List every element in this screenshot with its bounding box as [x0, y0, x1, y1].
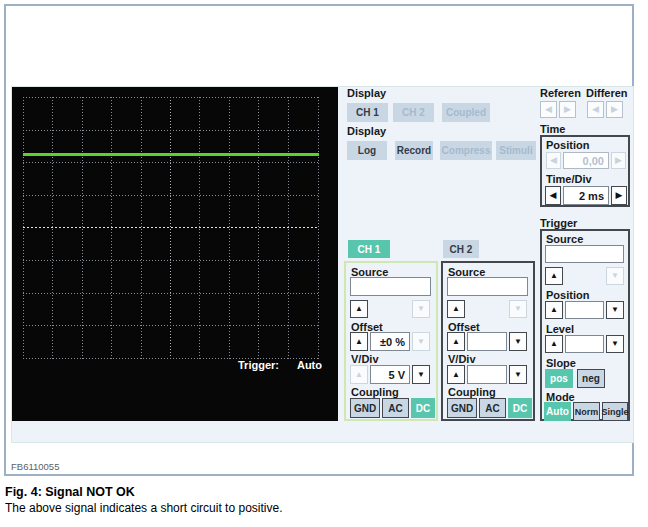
chevron-left-icon: ◀ [550, 156, 557, 165]
ch2-coupling-label: Coupling [448, 386, 496, 398]
trigger-source-input[interactable] [545, 245, 624, 263]
chevron-left-icon: ◀ [592, 105, 599, 114]
chevron-left-icon: ◀ [545, 105, 552, 114]
triangle-down-icon: ▼ [417, 305, 425, 313]
difference-prev-button[interactable]: ◀ [587, 101, 604, 118]
triangle-up-icon: ▲ [355, 371, 363, 379]
trigger-status-value: Auto [297, 359, 322, 371]
time-position-decrement-button[interactable]: ◀ [546, 152, 561, 169]
triangle-down-icon: ▼ [514, 371, 522, 379]
ch2-source-input[interactable] [447, 277, 528, 296]
mode-single-button[interactable]: Single [602, 402, 628, 421]
triangle-up-icon: ▲ [452, 338, 460, 346]
triangle-up-icon: ▲ [355, 338, 363, 346]
timediv-label: Time/Div [546, 173, 592, 185]
triangle-up-icon: ▲ [550, 306, 558, 314]
mode-auto-button[interactable]: Auto [544, 402, 571, 421]
trigger-level-down-button[interactable]: ▼ [606, 335, 624, 353]
ch1-vdiv-down-button[interactable]: ▼ [412, 365, 430, 384]
ch1-vdiv-value[interactable]: 5 V [370, 365, 410, 384]
ch2-coupling-dc-button[interactable]: DC [508, 398, 532, 418]
ch1-coupling-ac-button[interactable]: AC [382, 398, 409, 418]
chevron-left-icon: ◀ [550, 191, 557, 200]
triangle-up-icon: ▲ [452, 305, 460, 313]
trigger-slope-label: Slope [546, 357, 576, 369]
trigger-position-up-button[interactable]: ▲ [545, 301, 563, 319]
ch1-source-down-button[interactable]: ▼ [412, 300, 430, 318]
trigger-source-label: Source [546, 233, 583, 245]
trigger-level-up-button[interactable]: ▲ [545, 335, 563, 353]
stimuli-button[interactable]: Stimuli [496, 141, 536, 160]
triangle-down-icon: ▼ [417, 371, 425, 379]
ch2-offset-value[interactable] [467, 332, 507, 351]
chevron-right-icon: ▶ [615, 156, 622, 165]
triangle-up-icon: ▲ [355, 305, 363, 313]
reference-prev-button[interactable]: ◀ [540, 101, 557, 118]
ch1-offset-down-button[interactable]: ▼ [412, 332, 430, 351]
triangle-down-icon: ▼ [514, 305, 522, 313]
time-position-value[interactable]: 0,00 [563, 152, 609, 169]
timediv-decrement-button[interactable]: ◀ [545, 186, 561, 205]
display-ch2-button[interactable]: CH 2 [393, 103, 434, 122]
ch1-source-up-button[interactable]: ▲ [350, 300, 368, 318]
slope-neg-button[interactable]: neg [577, 369, 605, 388]
trigger-level-value[interactable] [565, 335, 604, 353]
triangle-down-icon: ▼ [611, 306, 619, 314]
ch2-source-down-button[interactable]: ▼ [509, 300, 527, 318]
ch1-tab-button[interactable]: CH 1 [348, 240, 390, 258]
ch1-vdiv-label: V/Div [351, 353, 379, 365]
log-button[interactable]: Log [347, 141, 387, 160]
ch1-coupling-label: Coupling [351, 386, 399, 398]
trigger-status-label: Trigger: [238, 359, 279, 371]
trigger-position-label: Position [546, 289, 589, 301]
ch1-offset-value[interactable]: ±0 % [370, 332, 410, 351]
time-label: Time [540, 123, 565, 135]
scope-grid [23, 97, 319, 359]
difference-next-button[interactable]: ▶ [606, 101, 623, 118]
ch2-vdiv-down-button[interactable]: ▼ [509, 365, 527, 384]
ch2-offset-down-button[interactable]: ▼ [509, 332, 527, 351]
ch2-coupling-gnd-button[interactable]: GND [447, 398, 477, 418]
trigger-source-down-button[interactable]: ▼ [606, 267, 624, 285]
triangle-down-icon: ▼ [611, 340, 619, 348]
triangle-up-icon: ▲ [550, 340, 558, 348]
timediv-value[interactable]: 2 ms [563, 186, 609, 205]
time-position-increment-button[interactable]: ▶ [611, 152, 626, 169]
mode-norm-button[interactable]: Norm [573, 402, 600, 421]
ch1-offset-up-button[interactable]: ▲ [350, 332, 368, 351]
chevron-right-icon: ▶ [611, 105, 618, 114]
ch2-vdiv-up-button[interactable]: ▲ [447, 365, 465, 384]
ch1-coupling-dc-button[interactable]: DC [411, 398, 435, 418]
ch2-coupling-ac-button[interactable]: AC [479, 398, 506, 418]
display-modes-label: Display [347, 125, 386, 137]
chevron-right-icon: ▶ [616, 191, 623, 200]
ch2-tab-button[interactable]: CH 2 [443, 240, 479, 258]
figure-caption-title: Fig. 4: Signal NOT OK [5, 485, 135, 499]
display-coupled-button[interactable]: Coupled [442, 103, 490, 122]
ch1-vdiv-up-button[interactable]: ▲ [350, 365, 368, 384]
ch1-coupling-gnd-button[interactable]: GND [350, 398, 380, 418]
ch2-source-up-button[interactable]: ▲ [447, 300, 465, 318]
figure-page: Trigger: Auto Display CH 1 CH 2 Coupled … [0, 0, 648, 527]
record-button[interactable]: Record [395, 141, 433, 160]
display-channels-label: Display [347, 87, 386, 99]
ch1-source-input[interactable] [350, 277, 431, 296]
reference-next-button[interactable]: ▶ [559, 101, 576, 118]
trigger-position-down-button[interactable]: ▼ [606, 301, 624, 319]
trigger-level-label: Level [546, 323, 574, 335]
compress-button[interactable]: Compress [440, 141, 492, 160]
display-ch1-button[interactable]: CH 1 [347, 103, 388, 122]
ch2-vdiv-label: V/Div [448, 353, 476, 365]
slope-pos-button[interactable]: pos [545, 369, 573, 388]
trigger-label: Trigger [540, 217, 577, 229]
ch2-vdiv-value[interactable] [467, 365, 507, 384]
trigger-position-value[interactable] [565, 301, 604, 319]
scope-display: Trigger: Auto [12, 87, 338, 421]
chevron-right-icon: ▶ [564, 105, 571, 114]
figure-caption-text: The above signal indicates a short circu… [5, 501, 282, 515]
figure-code: FB6110055 [11, 461, 59, 472]
timediv-increment-button[interactable]: ▶ [611, 186, 627, 205]
ch2-offset-up-button[interactable]: ▲ [447, 332, 465, 351]
trigger-source-up-button[interactable]: ▲ [545, 267, 563, 285]
reference-label: Referen [540, 87, 581, 99]
